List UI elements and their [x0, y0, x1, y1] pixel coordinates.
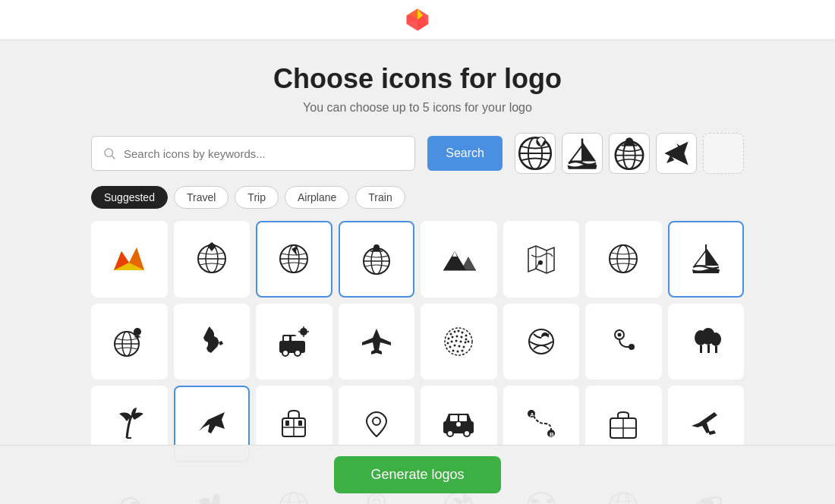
svg-line-6 [112, 156, 115, 159]
svg-point-72 [454, 344, 456, 346]
search-input[interactable] [124, 147, 404, 160]
selected-slot-2[interactable] [562, 133, 603, 174]
svg-rect-88 [715, 346, 717, 353]
filter-tab-trip[interactable]: Trip [235, 186, 279, 209]
svg-point-96 [447, 430, 453, 436]
svg-point-70 [465, 341, 467, 343]
svg-point-61 [452, 335, 454, 338]
filter-tabs: Suggested Travel Trip Airplane Train [91, 186, 744, 209]
icon-cell-dotted-globe[interactable] [421, 304, 497, 380]
svg-point-71 [449, 345, 452, 348]
icon-cell-location-path[interactable] [585, 304, 662, 380]
generate-button[interactable]: Generate logos [334, 456, 500, 493]
selected-slot-5[interactable] [703, 133, 744, 174]
svg-point-5 [105, 149, 113, 157]
svg-rect-47 [291, 336, 297, 341]
svg-point-64 [465, 338, 468, 340]
svg-point-76 [457, 350, 459, 352]
svg-point-60 [448, 337, 450, 339]
selected-slot-1[interactable] [515, 133, 556, 174]
selected-slot-3[interactable] [609, 133, 650, 174]
selected-slot-4[interactable] [656, 133, 697, 174]
search-row: Search [91, 133, 744, 174]
svg-point-75 [452, 349, 455, 351]
svg-point-85 [711, 332, 721, 346]
svg-point-77 [462, 349, 464, 351]
svg-point-62 [456, 335, 458, 337]
svg-point-58 [462, 331, 464, 333]
filter-tab-travel[interactable]: Travel [174, 186, 228, 209]
svg-point-66 [447, 342, 449, 344]
filter-tab-airplane[interactable]: Airplane [285, 186, 349, 209]
app-logo [404, 6, 431, 33]
icon-cell-globe-person[interactable] [91, 304, 168, 380]
icon-cell-map[interactable] [503, 221, 580, 298]
icon-cell-globe-swoosh[interactable] [503, 304, 580, 380]
svg-point-45 [295, 350, 301, 356]
svg-rect-99 [459, 415, 467, 421]
icon-cell-trees[interactable] [668, 304, 745, 380]
icon-cell-globe-simple[interactable] [585, 221, 662, 298]
page-subtitle: You can choose up to 5 icons for your lo… [303, 101, 532, 115]
svg-point-48 [300, 328, 307, 335]
search-icon [102, 146, 116, 160]
selected-icons-row [515, 133, 744, 174]
icon-cell-airplane-front[interactable] [339, 304, 415, 380]
svg-point-69 [460, 340, 462, 342]
svg-rect-46 [284, 336, 289, 341]
svg-point-65 [468, 340, 470, 342]
svg-point-78 [529, 329, 553, 354]
icon-cell-crown[interactable] [91, 221, 168, 298]
svg-point-59 [465, 334, 468, 336]
svg-point-74 [463, 345, 465, 348]
filter-tab-suggested[interactable]: Suggested [91, 186, 168, 209]
search-button[interactable]: Search [427, 136, 503, 171]
svg-point-63 [461, 335, 463, 338]
svg-point-67 [451, 340, 453, 342]
svg-point-73 [458, 345, 461, 347]
svg-rect-87 [707, 345, 710, 353]
svg-point-39 [134, 328, 141, 335]
icon-cell-mountain[interactable] [421, 221, 497, 298]
svg-point-94 [373, 417, 380, 425]
svg-point-44 [282, 350, 288, 356]
icon-cell-sailboat-2[interactable] [668, 221, 745, 298]
icon-cell-italy-map[interactable] [174, 304, 250, 380]
svg-rect-98 [450, 415, 458, 421]
svg-point-68 [455, 339, 458, 342]
page-title: Choose icons for logo [273, 63, 562, 95]
icon-cell-globe-hat-2[interactable] [339, 221, 415, 298]
icon-cell-camper-sun[interactable] [256, 304, 332, 380]
svg-text:B: B [550, 431, 554, 438]
top-bar [0, 0, 835, 40]
svg-point-82 [618, 332, 622, 336]
svg-point-97 [464, 430, 470, 436]
search-bar [91, 136, 415, 171]
icon-cell-globe-plane[interactable] [256, 221, 332, 298]
svg-point-57 [458, 329, 460, 332]
icon-cell-globe-lines[interactable] [174, 221, 250, 298]
main-content: Choose icons for logo You can choose up … [76, 40, 759, 504]
svg-rect-86 [700, 345, 702, 353]
svg-rect-92 [285, 421, 289, 426]
svg-point-100 [456, 422, 461, 427]
svg-point-56 [454, 330, 456, 332]
svg-point-55 [450, 332, 452, 335]
filter-tab-train[interactable]: Train [355, 186, 405, 209]
generate-bar: Generate logos [0, 445, 835, 504]
svg-rect-93 [298, 421, 302, 426]
